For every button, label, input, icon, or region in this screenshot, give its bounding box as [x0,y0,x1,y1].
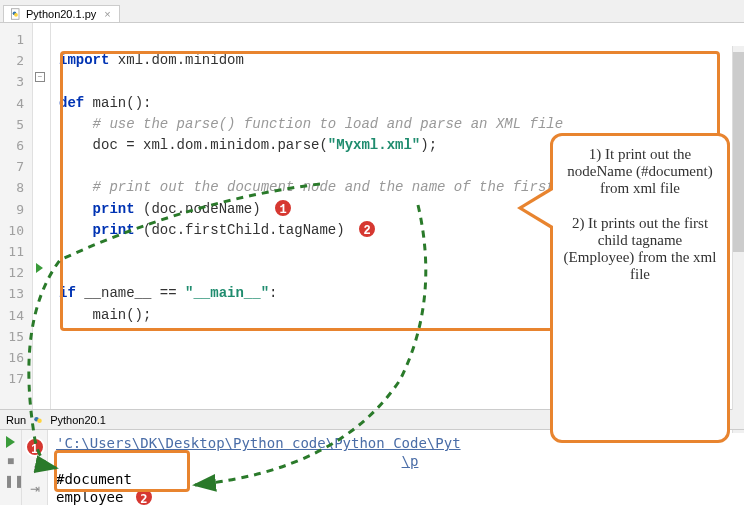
line-gutter: 1234567891011121314151617 [0,23,33,409]
python-file-icon [10,8,22,20]
tab-filename: Python20.1.py [26,8,96,20]
python-icon [32,414,44,426]
pause-icon[interactable]: ❚❚ [4,474,18,488]
run-button-icon[interactable] [6,436,15,448]
tab-close-icon[interactable]: × [104,8,110,20]
run-label: Run [6,414,26,426]
output-badge-1: 1 [25,437,45,457]
wrap-icon[interactable]: ⇥ [28,482,42,496]
editor-scrollbar[interactable] [732,46,744,433]
fold-gutter: − [33,23,51,409]
file-tab[interactable]: Python20.1.py × [3,5,120,22]
down-arrow-icon[interactable]: ↓ [28,462,42,476]
fold-toggle[interactable]: − [35,72,45,82]
callout-text-1: 1) It print out the nodeName (#document)… [561,146,719,197]
svg-point-4 [37,418,42,423]
run-toolbar-left: ■ ❚❚ [0,430,22,505]
tab-bar: Python20.1.py × [0,0,744,23]
explanation-callout: 1) It print out the nodeName (#document)… [550,133,730,443]
run-line-icon[interactable] [36,263,43,273]
highlight-box-output [54,450,190,492]
stop-icon[interactable]: ■ [4,454,18,468]
svg-point-2 [14,13,18,17]
run-config-name: Python20.1 [50,414,106,426]
callout-text-2: 2) It prints out the first child tagname… [561,215,719,283]
run-toolbar-2: 1 ↓ ⇥ [22,430,48,505]
console-path: 'C:\Users\DK\Desktop\Python code\Python … [56,435,461,451]
